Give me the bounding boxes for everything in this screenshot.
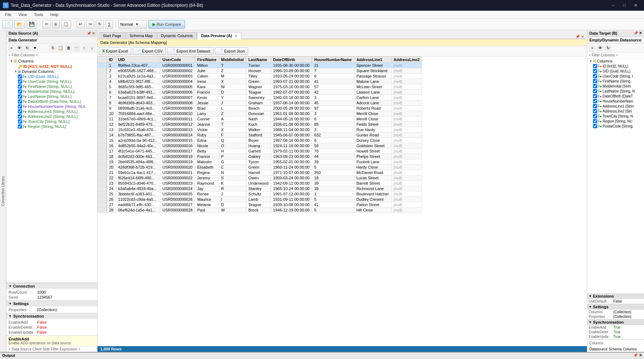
field-checkbox-5[interactable] (18, 99, 22, 104)
menu-view[interactable]: View (15, 12, 31, 18)
tree-field-4[interactable]: F▸ LastName [String, NULL] (6, 94, 97, 99)
ds-up-btn[interactable]: ↑ (81, 44, 88, 51)
tab-preview-close[interactable]: ✕ (235, 34, 237, 38)
table-row[interactable]: 84b9fd369-db43-403...USR0000000008Jessie… (98, 100, 422, 106)
tree-field-5[interactable]: F▸ DateOfBirth [DateTime, NULL] (6, 99, 97, 104)
right-field-10[interactable]: F▸ TownCity [String, N (587, 114, 644, 119)
menu-help[interactable]: Help (47, 12, 62, 18)
connection-library-label[interactable]: Connection Library (0, 175, 6, 208)
sync-section-header[interactable]: ▼ Synchronisation (6, 313, 97, 319)
table-row[interactable]: 1315c591e2-45ab-470...USR0000000013Vicki… (98, 127, 422, 133)
right-field-6[interactable]: F▸ DateOfBirth [DateT (587, 94, 644, 99)
ds-more-btn[interactable]: ⋯ (73, 44, 80, 51)
output-close[interactable]: ✕ (639, 353, 642, 358)
tree-field-8[interactable]: F▸ AddressLine2 [String, NULL] (6, 114, 97, 119)
settings-section-header[interactable]: ▼ Settings (6, 300, 97, 306)
right-checkbox-10[interactable] (593, 114, 597, 118)
tree-field-9[interactable]: F▸ TownCity [String, NULL] (6, 119, 97, 124)
right-filter-label[interactable]: < Filter Columns > (587, 53, 644, 58)
menu-file[interactable]: File (1, 12, 15, 18)
mode-dropdown[interactable]: Normal ▼ (119, 20, 147, 29)
refresh-ds-btn[interactable]: ↻ (24, 44, 31, 51)
ds-del-btn[interactable]: 🗑 (65, 44, 72, 51)
right-extensions-header[interactable]: ▼ Extensions (587, 293, 644, 299)
table-row[interactable]: 24b3a5ab4e-4834-40a...USR0000000024JayRS… (98, 186, 422, 191)
right-checkbox-7[interactable] (593, 99, 597, 103)
table-row[interactable]: 18dcfb82d3-000e-4b3...USR0000000018Franc… (98, 154, 422, 159)
col-header-middleinitial[interactable]: MiddleInitial (219, 57, 246, 63)
table-row[interactable]: 22f626e414-66f9-490...USR0000000022Jerem… (98, 175, 422, 181)
tab-preview[interactable]: Data Preview (A) ✕ (197, 32, 241, 39)
redo-btn[interactable]: ↪ (86, 20, 94, 29)
left-panel-close[interactable]: ✕ (92, 31, 95, 35)
col-header-usercode[interactable]: UserCode (160, 57, 195, 63)
ds-copy-btn[interactable]: ⎘ (49, 44, 56, 51)
ds-paste-btn[interactable]: 📋 (57, 44, 64, 51)
table-row[interactable]: 2806ef624d-1a5e-4a1...USR0000000028PaulW… (98, 208, 422, 213)
left-filter-label[interactable]: < Filter Columns > (6, 53, 97, 58)
connection-section-header[interactable]: ▼ Connection (6, 283, 97, 289)
output-pin[interactable]: 📌 (633, 353, 638, 358)
data-grid-container[interactable]: ID UID UserCode FirstName MiddleInitial … (97, 56, 587, 346)
table-row[interactable]: 59685c5f3-9df5-465...USR0000000005KaraWW… (98, 84, 422, 90)
field-checkbox-1[interactable] (18, 79, 22, 84)
ds-down-btn[interactable]: ↓ (89, 44, 96, 51)
table-row[interactable]: 20428df368-b72b-419...USR0000000020Elisa… (98, 165, 422, 170)
table-row[interactable]: 1131be67e0-4869-4c1...USR0000000011Conni… (98, 116, 422, 122)
tab-start[interactable]: Start Page (99, 32, 125, 39)
center-panel-close[interactable]: ✕ (581, 35, 584, 39)
tree-id-node[interactable]: 🔑 ID [KEY, Int32, NOT NULL] (6, 64, 97, 69)
col-header-address2[interactable]: AddressLine2 (391, 57, 422, 63)
right-field-2[interactable]: F▸ UserCode [String, t (587, 74, 644, 79)
right-field-1[interactable]: F▸ UID [Guid, NULL] (587, 69, 644, 74)
right-settings-header[interactable]: ▼ Settings (587, 304, 644, 310)
right-checkbox-5[interactable] (593, 89, 597, 93)
save-btn[interactable]: 💾 (26, 20, 37, 29)
table-row[interactable]: 14b7b79855-ffac-487...USR0000000014RubyF… (98, 133, 422, 138)
view-ds-btn[interactable]: 👁 (16, 44, 23, 51)
right-field-9[interactable]: F▸ AddressLine2 [Stri (587, 109, 644, 114)
close-btn[interactable]: ✕ (630, 0, 641, 11)
field-checkbox-6[interactable] (18, 104, 22, 109)
col-header-address1[interactable]: AddressLine1 (354, 57, 391, 63)
left-panel-pin[interactable]: 📌 (87, 31, 91, 35)
export-xml-btn[interactable]: 📄 Export Xml Dataset (167, 47, 213, 55)
field-checkbox-0[interactable] (18, 74, 22, 79)
col-header-dob[interactable]: DateOfBirth (271, 57, 312, 63)
field-checkbox-2[interactable] (18, 84, 22, 89)
col-header-id[interactable]: ID (107, 57, 116, 63)
field-checkbox-10[interactable] (18, 124, 22, 129)
right-refresh-btn[interactable]: ↻ (604, 44, 612, 51)
undo-btn[interactable]: ↩ (76, 20, 85, 29)
sigma-btn[interactable]: ∑ (105, 20, 113, 29)
table-row[interactable]: 15a2cb39dd-0a-96-412...USR0000000015Edna… (98, 138, 422, 143)
copy-btn[interactable]: ⎘ (52, 20, 60, 29)
table-row[interactable]: 27eadd6b71-effc-430...USR0000000027Melan… (98, 202, 422, 208)
tree-toggle-columns[interactable]: ▼ (9, 59, 14, 63)
right-field-11[interactable]: F▸ Region [String, NU (587, 119, 644, 124)
cut-btn[interactable]: ✂ (42, 20, 51, 29)
new-btn[interactable]: 📄 (2, 20, 13, 29)
tree-field-1[interactable]: F▸ UserCode [String, NULL] (6, 79, 97, 84)
table-row[interactable]: 7bcae8101-9897-4e0...USR0000000007KevinY… (98, 95, 422, 100)
tree-dynamic-cols[interactable]: ▼ ⊞ Dynamic Columns (6, 69, 97, 74)
tree-field-3[interactable]: F▸ MiddleInitial [String, NULL] (6, 89, 97, 94)
right-checkbox-4[interactable] (593, 84, 597, 88)
export-excel-btn[interactable]: X Export Excel (99, 47, 131, 55)
right-checkbox-12[interactable] (593, 124, 597, 128)
minimize-btn[interactable]: − (608, 0, 618, 11)
export-json-btn[interactable]: 📄 Export Json (215, 47, 248, 55)
right-panel-pin[interactable]: 📌 (634, 31, 638, 35)
right-tree-columns[interactable]: ▼ ⊞ Columns (587, 58, 644, 64)
right-checkbox-3[interactable] (593, 79, 597, 83)
tree-columns-root[interactable]: ▼ ⊞ Columns (6, 58, 97, 64)
right-field-12[interactable]: F▸ PostalCode [String, (587, 124, 644, 129)
right-sync-header[interactable]: ▼ Synchronisation (587, 319, 644, 325)
maximize-btn[interactable]: □ (619, 0, 630, 11)
field-checkbox-8[interactable] (18, 114, 22, 119)
tab-dynamic[interactable]: Dynamic Columns (157, 32, 197, 39)
table-row[interactable]: 164d852b55-94a2-40c...USR0000000016Nicol… (98, 143, 422, 149)
right-field-0[interactable]: F▸ ID [Int32, NULL] (587, 64, 644, 69)
field-checkbox-3[interactable] (18, 89, 22, 94)
tab-schema[interactable]: Schema Map (126, 32, 157, 39)
